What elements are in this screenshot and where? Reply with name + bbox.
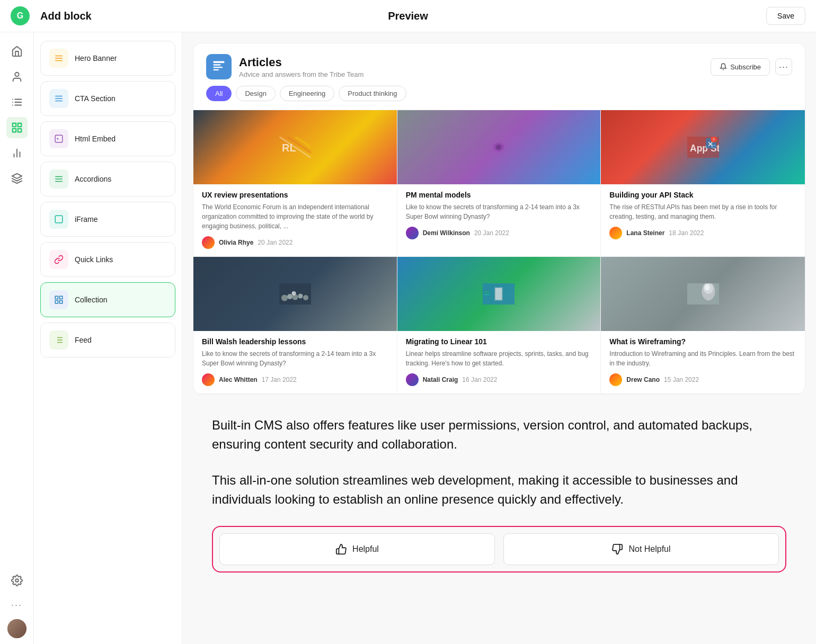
nav-user-icon[interactable] xyxy=(6,66,28,87)
svg-rect-65 xyxy=(495,288,502,300)
article-body-1: UX review presentations The World Econom… xyxy=(193,184,397,256)
nav-list-icon[interactable] xyxy=(6,92,28,113)
article-image-1: RL xyxy=(193,110,397,184)
block-item-cta-section[interactable]: CTA Section xyxy=(40,81,175,116)
svg-text:RL: RL xyxy=(282,142,296,154)
author-name-4: Alec Whitten xyxy=(219,376,258,383)
more-options-button[interactable]: ··· xyxy=(775,58,792,75)
preview-card: Articles Advice and answers from the Tri… xyxy=(193,43,805,395)
accordions-icon xyxy=(49,169,68,189)
author-date-4: 17 Jan 2022 xyxy=(262,376,297,383)
filter-tabs: All Design Engineering Product thinking xyxy=(193,86,805,110)
html-embed-label: Html Embed xyxy=(75,135,116,143)
article-title-1: UX review presentations xyxy=(202,191,388,199)
nav-chart-icon[interactable] xyxy=(6,142,28,164)
save-button[interactable]: Save xyxy=(766,7,805,25)
svg-rect-28 xyxy=(55,296,58,299)
iframe-icon xyxy=(49,210,68,229)
svg-rect-38 xyxy=(214,61,225,64)
articles-actions: Subscribe ··· xyxy=(711,58,792,76)
subscribe-button[interactable]: Subscribe xyxy=(711,58,770,76)
feed-icon xyxy=(49,330,68,350)
author-avatar-4 xyxy=(202,373,215,386)
author-name-6: Drew Cano xyxy=(626,376,660,383)
author-date-5: 16 Jan 2022 xyxy=(462,376,497,383)
author-date-1: 20 Jan 2022 xyxy=(258,239,292,246)
articles-logo-icon xyxy=(206,54,232,79)
svg-point-15 xyxy=(15,579,19,582)
svg-point-49 xyxy=(496,145,501,150)
main-layout: ··· Hero Banner xyxy=(0,32,816,644)
body-paragraph-1: Built-in CMS also offers features like u… xyxy=(212,416,786,454)
articles-grid: RL UX review presentations The World Eco… xyxy=(193,110,805,394)
body-paragraph-2: This all-in-one solution streamlines web… xyxy=(212,471,786,509)
user-avatar[interactable] xyxy=(7,619,26,638)
article-body-6: What is Wireframing? Introduction to Wir… xyxy=(601,331,805,393)
article-image-5 xyxy=(397,257,601,331)
article-title-4: Bill Walsh leadership lessons xyxy=(202,337,388,346)
article-card-4: Bill Walsh leadership lessons Like to kn… xyxy=(193,257,397,394)
article-title-6: What is Wireframing? xyxy=(609,337,796,346)
svg-line-45 xyxy=(295,137,311,147)
page-title: Add block xyxy=(40,10,92,22)
filter-tab-engineering[interactable]: Engineering xyxy=(280,86,334,101)
preview-panel: Articles Advice and answers from the Tri… xyxy=(182,32,816,644)
filter-tab-product-thinking[interactable]: Product thinking xyxy=(339,86,406,101)
svg-rect-8 xyxy=(17,123,21,127)
block-item-feed[interactable]: Feed xyxy=(40,323,175,357)
svg-point-60 xyxy=(298,294,303,299)
block-item-collection[interactable]: Collection xyxy=(40,282,175,317)
hero-banner-label: Hero Banner xyxy=(75,54,117,62)
article-author-4: Alec Whitten 17 Jan 2022 xyxy=(202,373,388,386)
filter-tab-all[interactable]: All xyxy=(206,86,232,101)
article-body-5: Migrating to Linear 101 Linear helps str… xyxy=(397,331,601,393)
svg-point-62 xyxy=(291,291,296,296)
svg-rect-41 xyxy=(214,69,219,70)
author-avatar-1 xyxy=(202,236,215,249)
not-helpful-button[interactable]: Not Helpful xyxy=(503,533,779,565)
article-image-3: App Sto ✕ 3 xyxy=(601,110,805,184)
article-image-4 xyxy=(193,257,397,331)
article-desc-4: Like to know the secrets of transforming… xyxy=(202,349,388,368)
thumbs-down-icon xyxy=(611,543,623,555)
svg-point-71 xyxy=(704,284,709,291)
articles-title: Articles xyxy=(239,56,363,69)
svg-rect-7 xyxy=(12,123,15,127)
collection-icon xyxy=(49,290,68,309)
article-desc-6: Introduction to Wireframing and its Prin… xyxy=(609,349,796,368)
nav-settings-icon[interactable] xyxy=(6,570,28,591)
block-item-accordions[interactable]: Accordions xyxy=(40,162,175,196)
svg-rect-31 xyxy=(60,301,63,303)
bottom-text-section: Built-in CMS also offers features like u… xyxy=(193,395,805,588)
svg-point-61 xyxy=(303,295,308,300)
author-name-3: Lana Steiner xyxy=(626,229,664,237)
nav-home-icon[interactable] xyxy=(6,41,28,62)
article-desc-5: Linear helps streamline software project… xyxy=(406,349,592,368)
article-desc-3: The rise of RESTful APIs has been met by… xyxy=(609,202,796,221)
author-name-1: Olivia Rhye xyxy=(219,239,253,246)
block-item-html-embed[interactable]: Html Embed xyxy=(40,121,175,156)
svg-rect-40 xyxy=(214,67,223,68)
block-item-quick-links[interactable]: Quick Links xyxy=(40,242,175,277)
article-body-2: PM mental models Like to know the secret… xyxy=(397,184,601,247)
article-card-6: What is Wireframing? Introduction to Wir… xyxy=(601,257,805,394)
article-desc-1: The World Economic Forum is an independe… xyxy=(202,202,388,231)
accordions-label: Accordions xyxy=(75,175,111,183)
author-date-2: 20 Jan 2022 xyxy=(474,229,509,237)
nav-layers-icon[interactable] xyxy=(6,168,28,189)
svg-marker-14 xyxy=(12,174,21,178)
article-author-3: Lana Steiner 18 Jan 2022 xyxy=(609,227,796,239)
quick-links-label: Quick Links xyxy=(75,255,113,264)
filter-tab-design[interactable]: Design xyxy=(236,86,275,101)
nav-grid-icon[interactable] xyxy=(6,117,28,138)
svg-rect-39 xyxy=(214,64,221,65)
app-logo: G xyxy=(11,6,30,25)
block-item-iframe[interactable]: iFrame xyxy=(40,202,175,237)
helpful-button[interactable]: Helpful xyxy=(219,533,495,565)
nav-more-dots[interactable]: ··· xyxy=(7,595,26,615)
svg-rect-10 xyxy=(17,129,21,132)
block-item-hero-banner[interactable]: Hero Banner xyxy=(40,41,175,76)
articles-info: Articles Advice and answers from the Tri… xyxy=(239,56,363,78)
author-avatar-5 xyxy=(406,373,419,386)
iframe-label: iFrame xyxy=(75,215,98,223)
